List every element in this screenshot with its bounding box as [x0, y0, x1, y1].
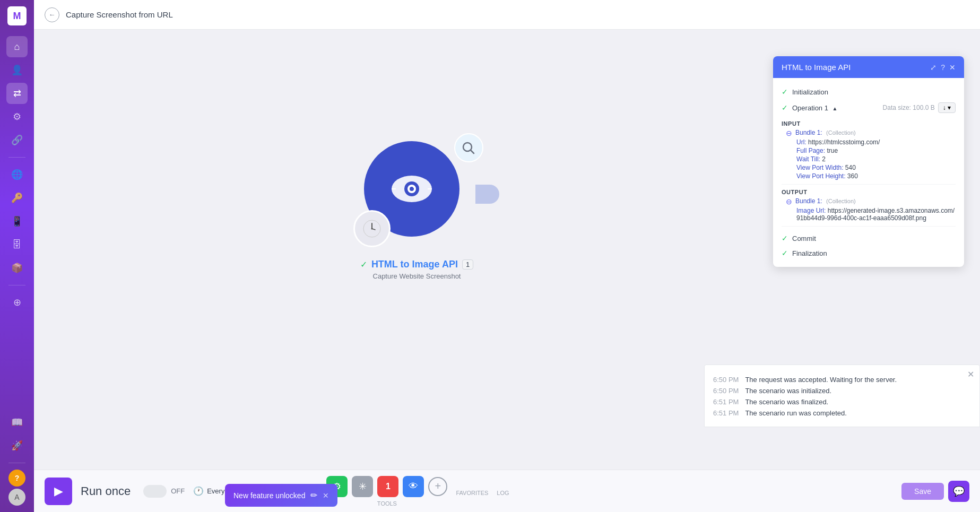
- panel-expand-button[interactable]: ⤢: [930, 63, 936, 72]
- field-url: Url: https://htmlcsstoimg.com/: [796, 138, 956, 146]
- download-button[interactable]: ↓ ▾: [938, 102, 956, 113]
- sidebar-item-apps[interactable]: ⚙: [6, 106, 28, 127]
- panel-close-button[interactable]: ✕: [949, 63, 956, 72]
- node-label-row: ✓ HTML to Image API 1: [360, 259, 473, 270]
- sidebar-help-button[interactable]: ?: [8, 470, 25, 487]
- search-icon: [454, 133, 483, 162]
- toast-close-button[interactable]: ✕: [323, 491, 329, 500]
- sidebar-bottom: 📖 🚀 ? A: [6, 412, 28, 506]
- output-bundle-name: Bundle 1:: [795, 197, 822, 205]
- input-bundle-tag: (Collection): [826, 129, 856, 136]
- number-tool-button[interactable]: 1: [377, 476, 398, 497]
- sidebar-item-connections[interactable]: ⇄: [6, 83, 28, 104]
- add-tool-button[interactable]: +: [428, 477, 447, 496]
- chat-icon: 💬: [953, 485, 965, 497]
- clock-schedule-icon: 🕐: [193, 486, 204, 496]
- search-svg: [461, 141, 476, 155]
- sidebar-item-phone[interactable]: 📱: [6, 211, 28, 232]
- clock-svg: [362, 219, 381, 238]
- output-section-label: OUTPUT: [782, 189, 956, 195]
- panel-finalization-row: ✓ Finalization: [782, 246, 956, 261]
- toast-text: New feature unlocked: [233, 491, 305, 500]
- data-size-label: Data size: 100.0 B: [883, 104, 935, 111]
- bottom-bar: ▶ Run once OFF 🕐 Every 15 minutes. ● New…: [34, 470, 980, 512]
- output-bundle-tag: (Collection): [826, 198, 856, 204]
- node-html-to-image[interactable]: ✓ HTML to Image API 1 Capture Website Sc…: [359, 136, 475, 280]
- log-msg-4: The scenario run was completed.: [745, 409, 846, 417]
- panel-help-button[interactable]: ?: [941, 63, 945, 72]
- asterisk-tool-button[interactable]: ✳: [352, 476, 373, 497]
- output-bundle-row: ⊖ Bundle 1: (Collection): [786, 197, 956, 206]
- sidebar-item-box[interactable]: 📦: [6, 257, 28, 279]
- field-viewport-width: View Port Width: 540: [796, 164, 956, 171]
- field-viewport-height: View Port Height: 360: [796, 172, 956, 180]
- input-bundle-row: ⊖ Bundle 1: (Collection): [786, 129, 956, 137]
- sidebar-item-book[interactable]: 📖: [6, 412, 28, 433]
- log-close-button[interactable]: ✕: [967, 369, 974, 379]
- sidebar-item-rocket[interactable]: 🚀: [6, 435, 28, 456]
- input-section-label: INPUT: [782, 120, 956, 127]
- field-full-page: Full Page: true: [796, 147, 956, 154]
- clock-icon: [353, 210, 391, 247]
- sidebar: M ⌂ 👤 ⇄ ⚙ 🔗 🌐 🔑 📱 🗄 📦 ⊕ 📖 🚀 ? A: [0, 0, 34, 512]
- svg-line-12: [471, 150, 474, 153]
- divider-1: [782, 184, 956, 185]
- panel-initialization-row: ✓ Initialization: [782, 84, 956, 99]
- favorites-section: FAVORITES: [456, 487, 488, 496]
- log-time-3: 6:51 PM: [713, 398, 739, 406]
- node-arrow: [475, 185, 499, 204]
- log-time-4: 6:51 PM: [713, 409, 739, 417]
- log-msg-1: The request was accepted. Waiting for th…: [745, 376, 897, 384]
- sidebar-item-target[interactable]: ⊕: [6, 292, 28, 313]
- log-section: LOG: [497, 487, 509, 496]
- log-time-2: 6:50 PM: [713, 387, 739, 395]
- sidebar-item-links[interactable]: 🔗: [6, 129, 28, 151]
- run-once-button[interactable]: ▶: [45, 478, 72, 505]
- sidebar-item-globe[interactable]: 🌐: [6, 164, 28, 185]
- toggle-off-label: OFF: [171, 487, 185, 495]
- back-button[interactable]: ←: [45, 7, 59, 22]
- topbar: ← Capture Screenshot from URL: [34, 0, 980, 30]
- operation-label: Operation 1 ▲: [792, 104, 837, 112]
- commit-check-icon: ✓: [782, 234, 788, 242]
- sidebar-divider-3: [8, 463, 25, 463]
- favorites-label: FAVORITES: [456, 490, 488, 496]
- logo-text: M: [13, 11, 21, 22]
- log-time-1: 6:50 PM: [713, 376, 739, 384]
- avatar[interactable]: A: [8, 489, 25, 506]
- log-msg-3: The scenario was finalized.: [745, 398, 828, 406]
- scheduling-toggle[interactable]: [143, 485, 167, 498]
- bundle-minus-icon[interactable]: ⊖: [786, 129, 792, 137]
- back-icon: ←: [49, 11, 56, 19]
- init-label: Initialization: [792, 88, 828, 96]
- divider-2: [782, 226, 956, 227]
- node-subtitle: Capture Website Screenshot: [373, 272, 461, 280]
- sidebar-divider-2: [8, 285, 25, 285]
- eye-icon: [391, 173, 433, 205]
- log-entry-3: 6:51 PM The scenario was finalized.: [713, 398, 971, 406]
- sidebar-item-users[interactable]: 👤: [6, 59, 28, 81]
- node-check-icon: ✓: [360, 259, 367, 270]
- panel-commit-row: ✓ Commit: [782, 231, 956, 246]
- toast-pencil-icon: ✏: [310, 490, 317, 500]
- field-image-url: Image Url: https://generated-image.s3.am…: [796, 207, 956, 222]
- bottom-right-area: Save 💬: [901, 481, 969, 502]
- panel-title: HTML to Image API: [782, 63, 851, 72]
- sidebar-item-key[interactable]: 🔑: [6, 187, 28, 209]
- chat-button[interactable]: 💬: [948, 481, 969, 502]
- save-button[interactable]: Save: [901, 483, 944, 500]
- sidebar-logo[interactable]: M: [7, 6, 27, 25]
- panel-header-icons: ⤢ ? ✕: [930, 63, 956, 72]
- panel-header: HTML to Image API ⤢ ? ✕: [773, 56, 964, 78]
- finalization-label: Finalization: [792, 249, 827, 257]
- run-label: Run once: [81, 484, 131, 498]
- play-icon: ▶: [54, 484, 63, 498]
- field-wait-till: Wait Till: 2: [796, 155, 956, 163]
- output-bundle-minus-icon[interactable]: ⊖: [786, 197, 792, 206]
- sidebar-item-database[interactable]: 🗄: [6, 234, 28, 255]
- input-bundle-name: Bundle 1:: [795, 129, 822, 136]
- canvas[interactable]: ✓ HTML to Image API 1 Capture Website Sc…: [34, 30, 980, 470]
- sidebar-item-home[interactable]: ⌂: [6, 36, 28, 57]
- eye-tool-button[interactable]: 👁: [403, 476, 424, 497]
- panel-body: ✓ Initialization ✓ Operation 1 ▲ Data: [773, 78, 964, 267]
